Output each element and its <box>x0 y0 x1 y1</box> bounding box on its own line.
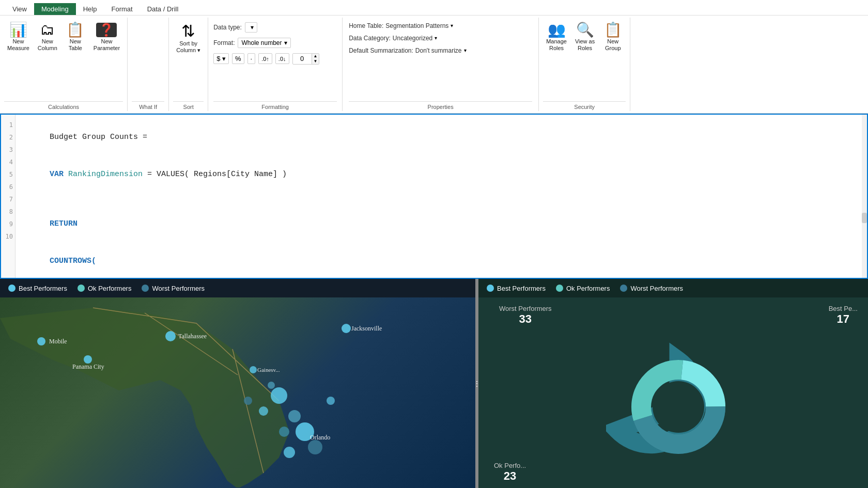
donut-stats: Worst Performers 33 Best Pe... 17 <box>489 300 868 326</box>
editor-scrollbar-thumb[interactable] <box>862 213 867 223</box>
line-numbers: 1 2 3 4 5 6 7 8 9 10 <box>1 115 16 278</box>
map-panel: Best Performers Ok Performers Worst Perf… <box>0 279 475 488</box>
countrows-1: COUNTROWS( <box>50 257 96 265</box>
formatting-group: Data type: ▾ Format: Whole number ▾ $ <box>208 18 343 111</box>
new-table-button[interactable]: 📋 NewTable <box>63 21 88 54</box>
line-num-6: 6 <box>1 181 15 193</box>
decimal-decrease-button[interactable]: .0↓ <box>275 53 289 64</box>
sort-group: ⇅ Sort byColumn ▾ Sort <box>169 18 208 111</box>
new-group-label: NewGroup <box>605 38 621 52</box>
calculations-group: 📊 NewMeasure 🗂 NewColumn 📋 NewTable ❓ Ne… <box>0 18 128 111</box>
dot-a <box>244 397 252 405</box>
dollar-button[interactable]: $ ▾ <box>213 53 229 64</box>
new-column-button[interactable]: 🗂 NewColumn <box>35 21 60 54</box>
tab-help[interactable]: Help <box>76 3 104 15</box>
view-as-roles-icon: 🔍 <box>576 23 594 37</box>
data-category-value[interactable]: Uncategorized <box>393 35 432 42</box>
data-type-dropdown[interactable]: ▾ <box>245 22 257 33</box>
ribbon-content: 📊 NewMeasure 🗂 NewColumn 📋 NewTable ❓ Ne… <box>0 15 868 113</box>
tallahassee-dot <box>165 331 176 341</box>
new-column-icon: 🗂 <box>40 23 55 37</box>
line-num-7: 7 <box>1 193 15 206</box>
new-group-icon: 📋 <box>604 23 622 37</box>
legend-ok-label: Ok Performers <box>88 285 132 292</box>
sort-by-column-button[interactable]: ⇅ Sort byColumn ▾ <box>173 21 204 56</box>
tab-format[interactable]: Format <box>104 3 140 15</box>
chart-legend-bar: Best Performers Ok Performers Worst Perf… <box>478 279 868 297</box>
var-eq: = VALUES( Regions[City Name] ) <box>143 170 287 179</box>
best-performers-count: 17 <box>829 312 858 326</box>
donut-svg-wrapper: Ok Perfo... 23 <box>489 326 868 488</box>
decimal-down-arrow[interactable]: ▼ <box>312 59 319 64</box>
code-line-1: Budget Group Counts = <box>22 119 861 156</box>
tallahassee-label: Tallahassee <box>178 333 207 340</box>
line-num-3: 3 <box>1 144 15 156</box>
what-if-group: What If <box>128 18 169 111</box>
best-performers-stat: Best Pe... 17 <box>829 305 858 326</box>
code-content[interactable]: Budget Group Counts = VAR RankingDimensi… <box>16 115 867 279</box>
bottom-area: Best Performers Ok Performers Worst Perf… <box>0 279 868 488</box>
code-editor[interactable]: 1 2 3 4 5 6 7 8 9 10 Budget Group Counts… <box>0 114 868 279</box>
line-num-8: 8 <box>1 206 15 218</box>
decimal-arrows: ▲ ▼ <box>312 54 319 64</box>
view-as-roles-label: View asRoles <box>575 38 595 52</box>
format-row: Format: Whole number ▾ <box>213 36 337 50</box>
chart-legend-best-dot <box>487 285 494 292</box>
decimal-up-arrow[interactable]: ▲ <box>312 54 319 59</box>
code-line-2: VAR RankingDimension = VALUES( Regions[C… <box>22 156 861 193</box>
manage-roles-button[interactable]: 👥 ManageRoles <box>543 21 570 54</box>
jacksonville-dot <box>342 324 351 333</box>
data-type-row: Data type: ▾ <box>213 21 337 34</box>
chart-legend-ok-dot <box>556 285 563 292</box>
what-if-label: What If <box>132 101 164 111</box>
panama-city-dot <box>84 355 92 364</box>
new-measure-button[interactable]: 📊 NewMeasure <box>4 21 33 54</box>
default-summarization-value[interactable]: Don't summarize <box>415 47 462 54</box>
data-type-label: Data type: <box>213 24 242 31</box>
security-group: 👥 ManageRoles 🔍 View asRoles 📋 NewGroup … <box>539 18 630 111</box>
sort-label: Sort <box>173 101 204 111</box>
security-buttons: 👥 ManageRoles 🔍 View asRoles 📋 NewGroup <box>543 18 626 101</box>
code-line-3 <box>22 193 861 206</box>
decimal-increase-button[interactable]: .0↑ <box>258 53 272 64</box>
view-as-roles-button[interactable]: 🔍 View asRoles <box>572 21 598 54</box>
jacksonville-label: Jacksonville <box>351 325 382 332</box>
legend-worst-dot <box>142 285 149 292</box>
data-category-label: Data Category: <box>349 35 391 42</box>
gainesville-label: Gainesv... <box>257 367 280 373</box>
line-num-9: 9 <box>1 218 15 230</box>
percent-button[interactable]: % <box>232 53 244 64</box>
new-parameter-label: NewParameter <box>94 38 120 52</box>
editor-scrollbar[interactable] <box>862 115 867 278</box>
legend-ok-dot <box>78 285 85 292</box>
chart-panel: Best Performers Ok Performers Worst Perf… <box>478 279 868 488</box>
new-column-label: NewColumn <box>38 38 57 52</box>
new-parameter-button[interactable]: ❓ NewParameter <box>90 21 123 54</box>
tab-modeling[interactable]: Modeling <box>34 3 76 15</box>
separator-button[interactable]: · <box>247 53 256 64</box>
new-measure-icon: 📊 <box>9 23 27 37</box>
line-num-2: 2 <box>1 131 15 144</box>
decimal-places-input[interactable] <box>293 54 312 64</box>
code-text: Budget Group Counts = <box>50 133 152 141</box>
tab-data-drill[interactable]: Data / Drill <box>140 3 186 15</box>
home-table-value[interactable]: Segmentation Patterns <box>385 22 448 29</box>
chart-legend-best-label: Best Performers <box>497 285 546 292</box>
default-summarization-label: Default Summarization: <box>349 47 413 54</box>
default-summarization-arrow[interactable]: ▾ <box>464 48 467 53</box>
chart-legend-worst: Worst Performers <box>620 285 683 292</box>
dollar-label: $ <box>216 55 220 62</box>
data-category-arrow[interactable]: ▾ <box>435 35 437 41</box>
new-group-button[interactable]: 📋 NewGroup <box>600 21 626 54</box>
legend-worst-label: Worst Performers <box>152 285 205 292</box>
chart-legend-best: Best Performers <box>487 285 546 292</box>
chart-legend-ok-label: Ok Performers <box>566 285 610 292</box>
ribbon: View Modeling Help Format Data / Drill 📊… <box>0 0 868 114</box>
best-performers-title: Best Pe... <box>829 305 858 312</box>
chart-legend-worst-dot <box>620 285 627 292</box>
panama-city-label: Panama City <box>72 363 104 370</box>
tab-view[interactable]: View <box>5 3 34 15</box>
home-table-arrow[interactable]: ▾ <box>451 23 453 28</box>
cluster-1 <box>271 387 287 404</box>
format-dropdown[interactable]: Whole number ▾ <box>238 38 290 48</box>
